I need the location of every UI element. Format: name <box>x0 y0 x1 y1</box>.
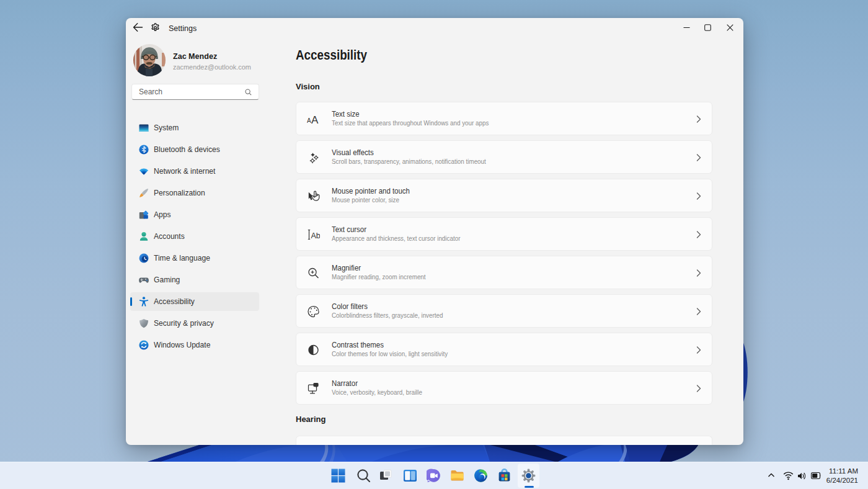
svg-text:A: A <box>311 114 319 126</box>
svg-text:A: A <box>307 117 311 124</box>
svg-text:Ab: Ab <box>311 231 321 240</box>
